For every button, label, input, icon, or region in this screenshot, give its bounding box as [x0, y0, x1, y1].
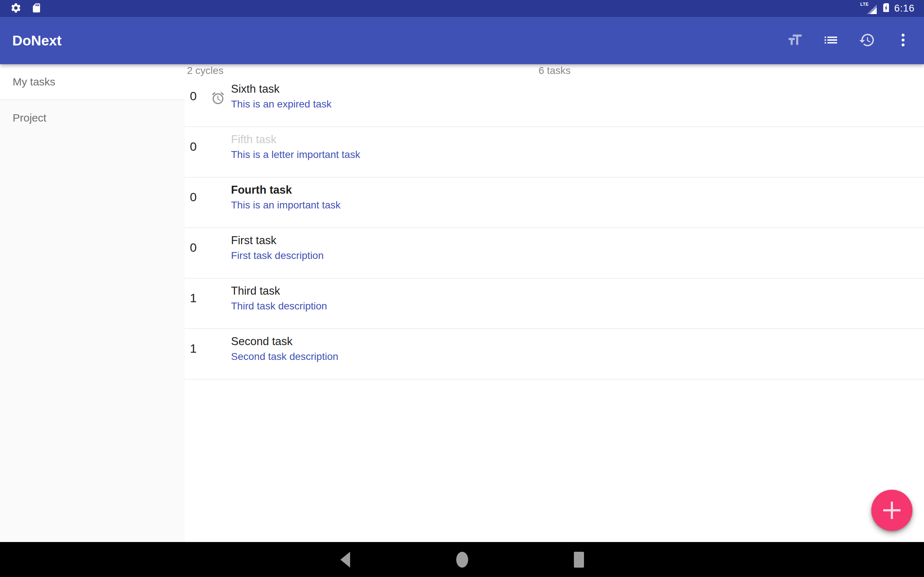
task-cycle-count: 1 [190, 290, 204, 306]
format-size-icon [787, 32, 803, 50]
task-cycle-count: 0 [190, 239, 204, 255]
sd-card-icon [31, 3, 42, 15]
sidebar: My tasks Project [0, 64, 185, 542]
task-row[interactable]: 1 Third task Third task description [185, 279, 924, 329]
task-description: Second task description [231, 349, 338, 364]
app-bar: DoNext [0, 17, 924, 64]
list-icon [822, 32, 839, 50]
battery-charging-icon [882, 2, 889, 16]
task-cycle-count: 1 [190, 340, 204, 356]
recents-button[interactable] [557, 542, 601, 577]
sidebar-item-project[interactable]: Project [0, 100, 185, 135]
alarm-icon [211, 91, 225, 105]
task-cycle-count: 0 [190, 88, 204, 104]
task-title: Sixth task [231, 82, 332, 97]
task-title: First task [231, 233, 324, 248]
task-row[interactable]: 1 Second task Second task description [185, 329, 924, 379]
overflow-menu-button[interactable] [894, 32, 912, 49]
task-cycle-count: 0 [190, 139, 204, 154]
task-row[interactable]: 0 First task First task description [185, 228, 924, 279]
nav-bar [0, 542, 924, 577]
task-row[interactable]: 0 Fifth task This is a letter important … [185, 127, 924, 177]
cycles-count-label: 2 cycles [187, 65, 223, 76]
history-icon [859, 32, 875, 50]
sidebar-item-label: Project [13, 112, 46, 124]
format-size-button[interactable] [786, 32, 803, 49]
sidebar-item-label: My tasks [13, 76, 55, 88]
list-view-button[interactable] [822, 32, 840, 49]
settings-icon [10, 2, 22, 15]
task-title: Third task [231, 284, 327, 298]
add-task-fab[interactable] [871, 490, 913, 531]
task-cycle-count: 0 [190, 189, 204, 205]
page-title: DoNext [12, 17, 62, 64]
home-button[interactable] [440, 542, 484, 577]
task-title: Second task [231, 334, 338, 349]
task-description: First task description [231, 248, 324, 263]
back-icon [340, 552, 350, 567]
history-button[interactable] [858, 32, 876, 49]
task-description: Third task description [231, 298, 327, 314]
task-description: This is a letter important task [231, 147, 360, 162]
back-button[interactable] [323, 542, 367, 577]
task-description: This is an expired task [231, 97, 332, 112]
tasks-count-label: 6 tasks [538, 65, 571, 76]
signal-icon: LTE [860, 3, 877, 15]
task-list-panel: 2 cycles 6 tasks 0 Sixth task This is an… [185, 64, 924, 542]
sidebar-item-my-tasks[interactable]: My tasks [0, 64, 185, 100]
recents-icon [574, 552, 584, 567]
overflow-menu-icon [895, 32, 911, 50]
task-row[interactable]: 0 Sixth task This is an expired task [185, 76, 924, 127]
plus-icon [883, 501, 901, 519]
list-header: 2 cycles 6 tasks [185, 64, 924, 76]
task-description: This is an important task [231, 198, 340, 213]
task-title: Fourth task [231, 182, 340, 198]
home-icon [456, 552, 468, 567]
task-title: Fifth task [231, 132, 360, 147]
task-row[interactable]: 0 Fourth task This is an important task [185, 177, 924, 228]
status-bar: LTE 6:16 [0, 0, 924, 17]
clock: 6:16 [894, 3, 914, 14]
